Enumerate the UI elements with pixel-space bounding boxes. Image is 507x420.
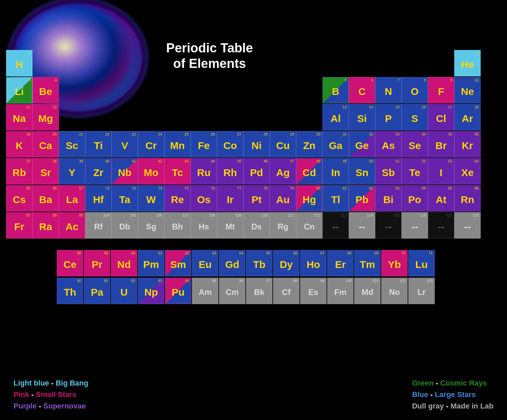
element-Pd: 46 Pd bbox=[243, 158, 270, 184]
element-Tl: 81 Tl bbox=[322, 185, 349, 212]
element-Eu: 63 Eu bbox=[192, 250, 218, 276]
element-114: 114 -- bbox=[349, 212, 375, 239]
element-Rh: 45 Rh bbox=[217, 158, 243, 184]
element-Au: 79 Au bbox=[270, 185, 296, 212]
element-Dy: 66 Dy bbox=[273, 250, 299, 276]
lanthanides-row: 58 Ce 59 Pr 60 Nd 61 Pm 62 Sm 63 Eu 64 G… bbox=[57, 250, 435, 276]
element-Ar: 18 Ar bbox=[454, 104, 481, 130]
legend-light-blue-value: Big Bang bbox=[56, 379, 89, 387]
element-Np: 93 Np bbox=[138, 278, 164, 304]
element-As: 33 As bbox=[375, 131, 402, 157]
element-Hf: 72 Hf bbox=[85, 185, 112, 212]
element-Ru: 44 Ru bbox=[191, 158, 217, 184]
element-Yb: 70 Yb bbox=[381, 250, 408, 276]
element-Co: 27 Co bbox=[217, 131, 243, 157]
element-Ho: 67 Ho bbox=[300, 250, 327, 276]
element-Cu: 29 Cu bbox=[270, 131, 296, 157]
element-Si: 14 Si bbox=[349, 104, 375, 130]
legend-left: Light blue - Big Bang Pink - Small Stars… bbox=[14, 379, 88, 411]
legend-light-blue-label: Light blue bbox=[14, 379, 49, 387]
element-Fe: 26 Fe bbox=[191, 131, 217, 157]
legend-green-value: Cosmic Rays bbox=[440, 379, 487, 387]
legend-pink-dash: - bbox=[31, 390, 36, 399]
element-Es: 99 Es bbox=[300, 278, 327, 304]
legend-purple-label: Purple bbox=[14, 402, 37, 410]
element-Ds: 110 Ds bbox=[243, 212, 270, 239]
legend-purple: Purple - Supernovae bbox=[14, 402, 88, 411]
legend-right: Green - Cosmic Rays Blue - Large Stars D… bbox=[412, 379, 493, 411]
element-Rg: 111 Rg bbox=[270, 212, 296, 239]
element-Rf: 104 Rf bbox=[85, 212, 112, 239]
element-Po: 84 Po bbox=[402, 185, 428, 212]
element-Sr: 38 Sr bbox=[32, 158, 59, 184]
element-Rb: 37 Rb bbox=[6, 158, 32, 184]
element-Ca: 20 Ca bbox=[32, 131, 59, 157]
legend-light-blue-dash: - bbox=[51, 379, 55, 387]
element-Y: 39 Y bbox=[59, 158, 85, 184]
element-Ag: 47 Ag bbox=[270, 158, 296, 184]
element-Th: 90 Th bbox=[57, 278, 83, 304]
element-I: 53 I bbox=[428, 158, 454, 184]
element-Sg: 106 Sg bbox=[138, 212, 164, 239]
element-Ti: 22 Ti bbox=[85, 131, 112, 157]
element-Cs: 55 Cs bbox=[6, 185, 32, 212]
element-Tm: 69 Tm bbox=[354, 250, 381, 276]
element-O: 8 O bbox=[402, 77, 428, 103]
element-Sn: 50 Sn bbox=[349, 158, 375, 184]
element-Li: 3 Li bbox=[6, 77, 32, 103]
legend-light-blue: Light blue - Big Bang bbox=[14, 379, 88, 388]
legend-gray-dash: - bbox=[446, 402, 450, 410]
element-Re: 75 Re bbox=[164, 185, 191, 212]
element-Rn: 86 Rn bbox=[454, 185, 481, 212]
element-Bi: 83 Bi bbox=[375, 185, 402, 212]
legend-green-dash: - bbox=[436, 379, 440, 387]
element-Md: 101 Md bbox=[354, 278, 381, 304]
element-Mt: 109 Mt bbox=[217, 212, 243, 239]
actinides-row: 90 Th 91 Pa 92 U 93 Np 94 Pu 95 Am 96 Cm… bbox=[57, 278, 435, 304]
element-Ge: 32 Ge bbox=[349, 131, 375, 157]
legend-blue-label: Blue bbox=[412, 390, 428, 399]
element-Cn: 112 Cn bbox=[296, 212, 322, 239]
element-Se: 34 Se bbox=[402, 131, 428, 157]
element-Tb: 65 Tb bbox=[246, 250, 272, 276]
element-Cr: 24 Cr bbox=[138, 131, 164, 157]
element-Er: 68 Er bbox=[327, 250, 354, 276]
element-Cf: 98 Cf bbox=[273, 278, 299, 304]
element-U: 92 U bbox=[111, 278, 137, 304]
element-V: 23 V bbox=[112, 131, 138, 157]
legend-blue-dash: - bbox=[430, 390, 435, 399]
element-Zr: 40 Zr bbox=[85, 158, 112, 184]
element-Te: 52 Te bbox=[402, 158, 428, 184]
legend-blue-value: Large Stars bbox=[435, 390, 476, 399]
legend-purple-dash: - bbox=[39, 402, 43, 410]
element-S: 16 S bbox=[402, 104, 428, 130]
element-Cd: 48 Cd bbox=[296, 158, 322, 184]
legend-pink: Pink - Small Stars bbox=[14, 390, 88, 399]
element-Cm: 96 Cm bbox=[219, 278, 245, 304]
element-P: 15 P bbox=[375, 104, 402, 130]
element-Sb: 51 Sb bbox=[375, 158, 402, 184]
element-Ni: 28 Ni bbox=[243, 131, 270, 157]
element-Tc: 43 Tc bbox=[164, 158, 191, 184]
element-Bh: 107 Bh bbox=[164, 212, 191, 239]
legend-gray-value: Made in Lab bbox=[451, 402, 493, 410]
legend-pink-label: Pink bbox=[14, 390, 29, 399]
element-La: 57 La bbox=[59, 185, 85, 212]
element-Pm: 61 Pm bbox=[138, 250, 164, 276]
element-Am: 95 Am bbox=[192, 278, 218, 304]
element-Ra: 88 Ra bbox=[32, 212, 59, 239]
element-Lu: 71 Lu bbox=[408, 250, 435, 276]
element-C: 6 C bbox=[349, 77, 375, 103]
element-Pu: 94 Pu bbox=[165, 278, 191, 304]
legend: Light blue - Big Bang Pink - Small Stars… bbox=[14, 379, 493, 411]
element-Al: 13 Al bbox=[322, 104, 349, 130]
element-Nb: 41 Nb bbox=[112, 158, 138, 184]
element-Br: 35 Br bbox=[428, 131, 454, 157]
element-Ga: 31 Ga bbox=[322, 131, 349, 157]
element-Db: 105 Db bbox=[112, 212, 138, 239]
element-Os: 76 Os bbox=[191, 185, 217, 212]
element-W: 74 W bbox=[138, 185, 164, 212]
legend-green: Green - Cosmic Rays bbox=[412, 379, 493, 388]
element-Mn: 25 Mn bbox=[164, 131, 191, 157]
element-117: 117 -- bbox=[428, 212, 454, 239]
